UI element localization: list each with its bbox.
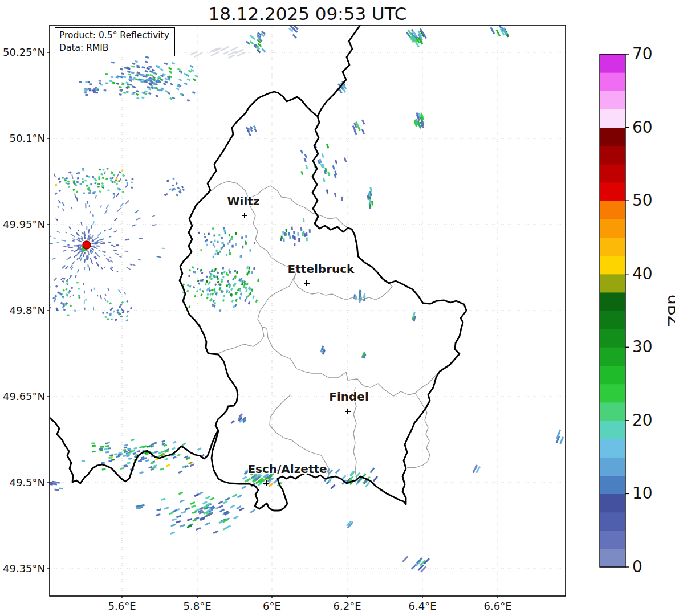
colorbar-segment [600,109,625,128]
colorbar-segment [600,493,625,512]
echo-cell [115,319,117,321]
x-tick-label: 5.6°E [108,600,136,612]
echo-cell [249,40,254,44]
echo-cell [226,284,228,287]
echo-cell [39,239,41,240]
echo-cell [103,254,105,256]
echo-cell [249,267,251,270]
echo-cell [120,467,124,470]
echo-cell [179,70,183,73]
echo-cell [223,500,228,504]
echo-cell [114,218,118,221]
echo-cell [172,184,174,187]
district-border-line [249,198,392,300]
echo-cell [282,231,284,235]
colorbar-segment [600,91,625,109]
echo-cell [92,192,95,194]
echo-cell [182,189,185,191]
echo-cell [217,281,219,284]
echo-cell [135,210,139,213]
product-info-line: Product: 0.5° Reflectivity [59,29,169,42]
colorbar-segment [600,457,625,476]
echo-cell [248,301,251,305]
echo-cell [73,189,75,191]
echo-cell [214,302,216,305]
echo-cell [104,316,107,319]
echo-cell [119,178,121,182]
echo-cell [107,189,109,191]
echo-cell [131,439,135,441]
echo-cell [109,236,112,238]
echo-cell [176,87,180,90]
echo-cell [334,193,336,197]
echo-cell [160,68,164,71]
echo-cell [206,297,208,300]
x-tick-label: 5.8°E [184,600,212,612]
echo-cell [166,464,170,467]
echo-cell [323,178,326,182]
echo-cell [223,527,229,531]
data-source-line: Data: RMIB [59,42,169,54]
echo-cell [335,468,340,474]
echo-cell [95,195,97,199]
echo-cell [108,460,112,463]
echo-cell [196,527,201,531]
echo-cell [53,237,56,239]
y-tick-label: 49.35°N [3,562,45,574]
echo-cell [86,175,88,177]
colorbar-segment [600,201,625,219]
echo-cell [218,505,223,509]
city-label: Wiltz [227,194,260,208]
echo-cell [119,86,122,88]
echo-cell [54,173,56,177]
echo-cell [93,288,95,291]
echo-cell [136,90,140,92]
echo-cell [145,459,149,462]
colorbar-segment [600,72,625,91]
echo-cell [100,173,103,176]
echo-cell [77,269,79,273]
echo-cell [232,494,237,498]
echo-cell [129,451,133,453]
echo-cell [156,508,161,511]
echo-cell [219,309,222,312]
echo-cell [152,69,155,72]
echo-cell [108,228,112,231]
echo-cell [149,74,153,77]
y-tick-label: 50.1°N [9,132,45,144]
echo-cell [65,288,67,291]
echo-cell [68,186,70,188]
echo-cell [74,250,78,252]
echo-cell [235,299,237,303]
echo-cell [55,183,57,186]
echo-cell [164,458,168,460]
echo-cell [127,71,131,73]
echo-cell [67,182,70,185]
echo-cell [78,295,80,296]
echo-cell [335,160,338,164]
echo-cell [57,242,59,243]
echo-cell [321,153,324,158]
echo-cell [91,260,93,264]
echo-cell [194,75,198,78]
echo-cell [156,513,161,516]
echo-cell [70,305,72,307]
echo-cell [218,500,223,504]
echo-cell [67,314,70,316]
city-marker-ettelbruck: Ettelbruck [288,262,355,286]
echo-cell [83,192,85,194]
echo-cell [209,276,211,279]
echo-cell [211,270,213,272]
echo-cell [87,264,88,267]
echo-cell [361,129,365,134]
echo-cell [113,311,115,313]
echo-cell [37,286,40,289]
echo-cell [291,227,292,230]
echo-cell [237,494,242,498]
city-marker-findel: Findel [329,390,369,414]
echo-cell [100,446,103,448]
echo-cell [82,178,84,180]
echo-cell [221,46,230,51]
echo-cell [76,181,79,183]
echo-cell [169,71,172,74]
